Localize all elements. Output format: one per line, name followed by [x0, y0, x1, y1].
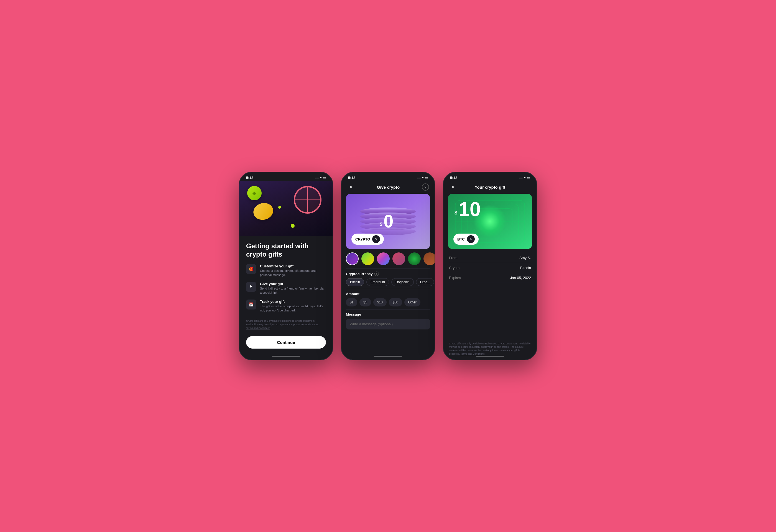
coin-pink: [294, 186, 322, 214]
amount-chip-5[interactable]: $5: [360, 298, 371, 306]
feature-track: 📅 Track your gift The gift must be accep…: [246, 299, 326, 313]
status-bar-1: 5:12 ▪▪▪ ▾ ▭: [239, 172, 333, 181]
calendar-icon: 📅: [246, 299, 256, 309]
feature-give-title: Give your gift: [260, 282, 326, 286]
status-time-1: 5:12: [246, 176, 253, 180]
chip-litecoin[interactable]: Litec...: [416, 278, 434, 286]
detail-crypto-value: Bitcoin: [520, 266, 531, 270]
wifi-icon-2: ▾: [422, 176, 424, 180]
btc-label-text: BTC: [457, 237, 465, 241]
phone1-content: Getting started with crypto gifts 🎁 Cust…: [239, 236, 333, 333]
crypto-chips-row: Bitcoin Ethereum Dogecoin Litec...: [342, 278, 434, 289]
coin-green: [247, 186, 262, 200]
home-indicator-1: [272, 356, 300, 357]
flag-icon: ⚑: [246, 282, 256, 292]
status-time-2: 5:12: [348, 176, 355, 180]
message-section-label: Message: [342, 309, 434, 319]
amount-number: 0: [384, 211, 394, 231]
amount-overlay: $ 0: [380, 213, 394, 230]
detail-expires-label: Expires: [449, 276, 461, 280]
crypto-label-text: CRYPTO: [355, 237, 370, 241]
amount-chip-50[interactable]: $50: [389, 298, 402, 306]
design-circle-4[interactable]: [392, 252, 405, 265]
phones-container: 5:12 ▪▪▪ ▾ ▭ Getting started with crypto…: [239, 172, 537, 360]
feature-customize-title: Customize your gift: [260, 264, 326, 268]
detail-crypto: Crypto Bitcoin: [449, 263, 531, 273]
wifi-icon-3: ▾: [524, 176, 526, 180]
amount-overlay-green: $ 10: [454, 199, 481, 219]
battery-icon-3: ▭: [527, 176, 530, 180]
gift-disclaimer: Crypto gifts are only available to Robin…: [443, 340, 537, 356]
message-placeholder: Write a message (optional): [350, 322, 426, 326]
feature-track-desc: The gift must be accepted within 14 days…: [260, 304, 326, 313]
home-indicator-2: [374, 356, 402, 357]
detail-crypto-label: Crypto: [449, 266, 459, 270]
btc-pill: BTC ✎: [453, 234, 478, 245]
feature-give-desc: Send it directly to a friend or family m…: [260, 286, 326, 295]
chip-bitcoin[interactable]: Bitcoin: [346, 278, 364, 286]
crypto-label-pill: CRYPTO ✎: [351, 234, 384, 245]
status-bar-2: 5:12 ▪▪▪ ▾ ▭: [342, 172, 434, 181]
phone2-title: Give crypto: [377, 185, 400, 190]
amount-chip-other[interactable]: Other: [404, 298, 420, 306]
gift-icon: 🎁: [246, 264, 256, 274]
phone3-title: Your crypto gift: [475, 185, 506, 190]
wifi-icon-1: ▾: [320, 176, 322, 180]
crypto-section-label: Cryptocurrency i: [342, 269, 434, 278]
terms-link-1[interactable]: Terms and Conditions: [246, 327, 270, 329]
status-time-3: 5:12: [450, 176, 457, 180]
feature-customize-desc: Choose a design, crypto, gift amount, an…: [260, 269, 326, 277]
battery-icon-2: ▭: [425, 176, 428, 180]
phone-give-crypto: 5:12 ▪▪▪ ▾ ▭ × Give crypto ? $ 0: [341, 172, 435, 360]
signal-icon-3: ▪▪▪: [519, 176, 523, 180]
amount-chip-1[interactable]: $1: [346, 298, 357, 306]
signal-icon-1: ▪▪▪: [316, 176, 319, 180]
detail-expires-value: Jan 05, 2022: [510, 276, 531, 280]
help-button-2[interactable]: ?: [422, 184, 429, 191]
detail-from-value: Amy S.: [519, 256, 531, 260]
close-button-2[interactable]: ×: [347, 183, 355, 191]
detail-from-label: From: [449, 256, 457, 260]
design-circle-1[interactable]: [346, 252, 359, 265]
amount-number-3: 10: [458, 198, 480, 220]
design-circles-row: [342, 249, 434, 268]
phone1-disclaimer: Crypto gifts are only available to Robin…: [246, 317, 326, 330]
edit-icon[interactable]: ✎: [372, 235, 380, 243]
design-circle-2[interactable]: [361, 252, 374, 265]
feature-give: ⚑ Give your gift Send it directly to a f…: [246, 282, 326, 295]
phone1-title: Getting started with crypto gifts: [246, 242, 326, 259]
phone1-hero: [239, 181, 333, 236]
info-icon[interactable]: i: [374, 272, 379, 276]
feature-customize: 🎁 Customize your gift Choose a design, c…: [246, 264, 326, 277]
design-circle-3[interactable]: [377, 252, 390, 265]
gift-details: From Amy S. Crypto Bitcoin Expires Jan 0…: [443, 249, 537, 340]
phone2-header: × Give crypto ?: [342, 181, 434, 194]
terms-link-3[interactable]: Terms and Conditions: [460, 352, 484, 355]
status-icons-1: ▪▪▪ ▾ ▭: [316, 176, 326, 180]
detail-from: From Amy S.: [449, 253, 531, 263]
amount-chip-10[interactable]: $10: [373, 298, 387, 306]
crypto-card: $ 0 CRYPTO ✎: [346, 194, 430, 249]
feature-give-text: Give your gift Send it directly to a fri…: [260, 282, 326, 295]
green-card: $ 10 BTC ✎: [448, 194, 532, 249]
home-indicator-3: [476, 356, 504, 357]
phone-getting-started: 5:12 ▪▪▪ ▾ ▭ Getting started with crypto…: [239, 172, 333, 360]
close-button-3[interactable]: ×: [449, 183, 457, 191]
chip-ethereum[interactable]: Ethereum: [366, 278, 389, 286]
coin-yellow: [251, 201, 275, 222]
feature-track-text: Track your gift The gift must be accepte…: [260, 299, 326, 313]
status-bar-3: 5:12 ▪▪▪ ▾ ▭: [443, 172, 537, 181]
amount-section-label: Amount: [342, 289, 434, 298]
message-input-container[interactable]: Write a message (optional): [346, 319, 430, 329]
continue-button[interactable]: Continue: [246, 336, 326, 348]
status-icons-3: ▪▪▪ ▾ ▭: [519, 176, 530, 180]
chip-dogecoin[interactable]: Dogecoin: [391, 278, 414, 286]
feature-customize-text: Customize your gift Choose a design, cry…: [260, 264, 326, 277]
phone-crypto-gift: 5:12 ▪▪▪ ▾ ▭ × Your crypto gift: [443, 172, 537, 360]
design-circle-6[interactable]: [423, 252, 435, 265]
edit-icon-3[interactable]: ✎: [467, 235, 475, 243]
phone3-header: × Your crypto gift: [443, 181, 537, 194]
design-circle-5[interactable]: [408, 252, 421, 265]
status-icons-2: ▪▪▪ ▾ ▭: [417, 176, 428, 180]
feature-track-title: Track your gift: [260, 299, 326, 304]
